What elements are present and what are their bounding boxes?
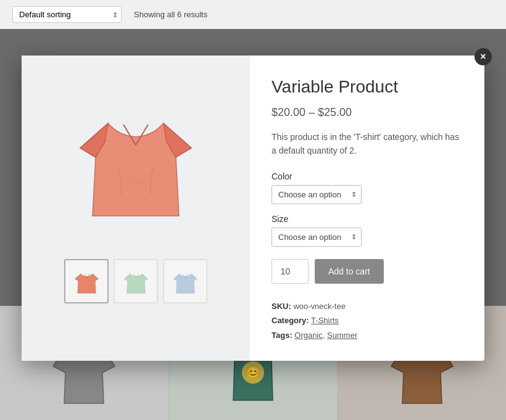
product-description: This product is in the 'T-shirt' categor… — [272, 130, 463, 158]
product-title: Variable Product — [272, 77, 463, 97]
product-thumbnails — [64, 259, 207, 303]
product-meta: SKU: woo-vneck-tee Category: T-Shirts Ta… — [272, 299, 463, 342]
product-modal: × — [22, 56, 484, 361]
top-bar: Default sortingSort by popularitySort by… — [0, 0, 506, 29]
category-link[interactable]: T-Shirts — [311, 316, 339, 325]
tags-row: Tags: Organic, Summer — [272, 328, 463, 342]
sort-select[interactable]: Default sortingSort by popularitySort by… — [12, 6, 122, 23]
main-product-image — [49, 74, 222, 247]
tag-summer-link[interactable]: Summer — [327, 331, 357, 340]
modal-body: Variable Product $20.00 – $25.00 This pr… — [22, 56, 484, 361]
thumbnail-3[interactable] — [163, 259, 207, 303]
size-select-wrapper: Choose an optionSmallMediumLarge — [272, 228, 362, 247]
sku-row: SKU: woo-vneck-tee — [272, 299, 463, 313]
product-image-area — [22, 56, 250, 361]
color-option-group: Color Choose an optionRedGreenBlue — [272, 171, 463, 204]
quantity-input[interactable] — [272, 259, 309, 284]
thumbnail-2[interactable] — [114, 259, 158, 303]
tag-organic-link[interactable]: Organic — [294, 331, 323, 340]
sku-value: woo-vneck-tee — [293, 302, 346, 311]
thumbnail-1[interactable] — [64, 259, 109, 303]
category-label: Category: — [272, 316, 309, 325]
tags-label: Tags: — [272, 331, 292, 340]
color-label: Color — [272, 171, 463, 181]
sort-wrapper: Default sortingSort by popularitySort by… — [12, 6, 122, 23]
size-select[interactable]: Choose an optionSmallMediumLarge — [272, 228, 362, 247]
category-row: Category: T-Shirts — [272, 313, 463, 327]
size-option-group: Size Choose an optionSmallMediumLarge — [272, 214, 463, 247]
sku-label: SKU: — [272, 302, 291, 311]
svg-text:😊: 😊 — [246, 366, 260, 379]
size-label: Size — [272, 214, 463, 224]
product-details: Variable Product $20.00 – $25.00 This pr… — [250, 56, 484, 361]
add-to-cart-row: Add to cart — [272, 259, 463, 284]
results-count: Showing all 6 results — [134, 10, 207, 19]
add-to-cart-button[interactable]: Add to cart — [315, 259, 384, 284]
product-price: $20.00 – $25.00 — [272, 106, 463, 119]
color-select-wrapper: Choose an optionRedGreenBlue — [272, 185, 362, 204]
color-select[interactable]: Choose an optionRedGreenBlue — [272, 185, 362, 204]
modal-close-button[interactable]: × — [475, 48, 492, 65]
